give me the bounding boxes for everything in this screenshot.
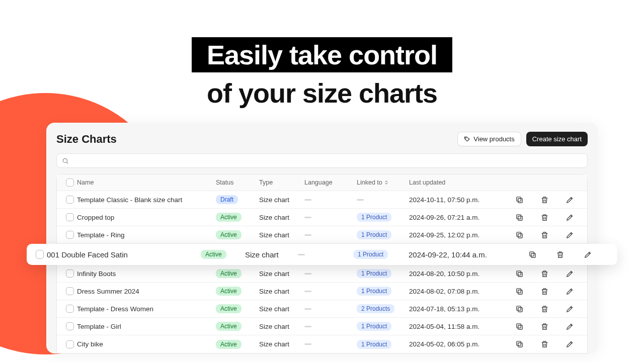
row-updated: 2024-09-26, 07:21 a.m. xyxy=(406,210,507,225)
status-badge: Active xyxy=(216,322,242,331)
table-row-highlight[interactable]: 001 Double Faced Satin Active Size chart… xyxy=(27,244,617,265)
search-input[interactable] xyxy=(69,157,582,164)
table-row[interactable]: Dress Summer 2024 Active Size chart 1 Pr… xyxy=(57,283,587,300)
row-type: Size chart xyxy=(242,246,295,263)
row-type: Size chart xyxy=(256,284,301,299)
row-type: Size chart xyxy=(256,192,301,208)
create-size-chart-button[interactable]: Create size chart xyxy=(526,132,588,146)
language-empty xyxy=(298,254,305,255)
svg-rect-19 xyxy=(518,343,522,347)
svg-point-1 xyxy=(63,158,67,162)
col-linked-to[interactable]: Linked to xyxy=(354,175,406,190)
status-badge: Draft xyxy=(216,195,238,204)
delete-button[interactable] xyxy=(532,227,557,243)
delete-button[interactable] xyxy=(532,283,557,300)
row-name: Template - Girl xyxy=(77,319,213,334)
svg-rect-6 xyxy=(516,214,521,219)
table-row[interactable]: City bike Active Size chart 1 Product 20… xyxy=(57,335,587,353)
status-badge: Active xyxy=(216,340,242,349)
row-checkbox[interactable] xyxy=(66,287,74,295)
delete-button[interactable] xyxy=(532,318,557,335)
linked-badge: 1 Product xyxy=(357,230,391,239)
view-products-button[interactable]: View products xyxy=(457,132,521,146)
row-name: Cropped top xyxy=(77,210,213,225)
edit-button[interactable] xyxy=(557,192,582,208)
row-checkbox[interactable] xyxy=(36,250,44,259)
row-checkbox[interactable] xyxy=(66,196,74,204)
edit-button[interactable] xyxy=(557,318,582,335)
svg-rect-9 xyxy=(531,253,536,257)
row-type: Size chart xyxy=(256,319,301,334)
col-status: Status xyxy=(213,175,256,190)
row-checkbox[interactable] xyxy=(66,305,74,313)
delete-button[interactable] xyxy=(546,246,574,263)
duplicate-button[interactable] xyxy=(519,246,546,263)
search-input-wrap[interactable] xyxy=(56,153,588,168)
edit-button[interactable] xyxy=(557,227,582,243)
svg-rect-5 xyxy=(518,216,522,220)
row-updated: 2024-07-18, 05:13 p.m. xyxy=(406,301,507,317)
status-badge: Active xyxy=(216,213,242,222)
select-all-checkbox[interactable] xyxy=(66,178,74,187)
linked-empty xyxy=(357,199,364,201)
row-name: Template - Dress Women xyxy=(77,301,213,317)
status-badge: Active xyxy=(216,269,242,278)
row-updated: 2024-10-11, 07:50 p.m. xyxy=(406,192,507,208)
row-updated: 2024-08-20, 10:50 p.m. xyxy=(406,266,507,282)
duplicate-button[interactable] xyxy=(507,283,532,300)
row-checkbox[interactable] xyxy=(66,231,74,239)
edit-button[interactable] xyxy=(557,283,582,300)
svg-rect-17 xyxy=(518,325,522,329)
svg-rect-8 xyxy=(516,232,521,236)
hero-line-1: Easily take control xyxy=(192,37,452,72)
language-empty xyxy=(304,273,311,275)
row-updated: 2024-09-25, 12:02 p.m. xyxy=(406,227,507,243)
hero-line-2: of your size charts xyxy=(0,77,644,109)
status-badge: Active xyxy=(216,304,242,313)
svg-rect-10 xyxy=(530,251,534,256)
row-updated: 2024-05-04, 11:58 a.m. xyxy=(406,319,507,334)
svg-rect-13 xyxy=(518,290,522,294)
duplicate-button[interactable] xyxy=(507,265,532,282)
delete-button[interactable] xyxy=(532,265,557,282)
row-name: City bike xyxy=(77,336,213,352)
table-row[interactable]: Cropped top Active Size chart 1 Product … xyxy=(57,209,587,226)
delete-button[interactable] xyxy=(532,192,557,208)
language-empty xyxy=(304,308,311,310)
duplicate-button[interactable] xyxy=(507,209,532,226)
edit-button[interactable] xyxy=(557,209,582,226)
duplicate-button[interactable] xyxy=(507,301,532,317)
table-row[interactable]: Template - Girl Active Size chart 1 Prod… xyxy=(57,318,587,335)
linked-badge: 1 Product xyxy=(353,250,388,259)
duplicate-button[interactable] xyxy=(507,227,532,243)
language-empty xyxy=(304,234,311,236)
delete-button[interactable] xyxy=(532,301,557,317)
row-type: Size chart xyxy=(256,227,301,243)
delete-button[interactable] xyxy=(532,336,557,352)
status-badge: Active xyxy=(216,287,242,296)
svg-rect-7 xyxy=(518,233,522,238)
row-type: Size chart xyxy=(256,336,301,352)
language-empty xyxy=(304,326,311,327)
row-checkbox[interactable] xyxy=(66,340,74,348)
search-icon xyxy=(62,157,69,164)
tag-icon xyxy=(464,136,470,142)
duplicate-button[interactable] xyxy=(507,336,532,352)
duplicate-button[interactable] xyxy=(507,192,532,208)
col-last-updated: Last updated xyxy=(406,175,507,190)
edit-button[interactable] xyxy=(574,246,602,263)
table-row[interactable]: Template - Ring Active Size chart 1 Prod… xyxy=(57,226,587,244)
table-row[interactable]: Template Classic - Blank size chart Draf… xyxy=(57,191,587,209)
delete-button[interactable] xyxy=(532,209,557,226)
linked-badge: 1 Product xyxy=(357,213,391,222)
table-row[interactable]: Template - Dress Women Active Size chart… xyxy=(57,300,587,318)
duplicate-button[interactable] xyxy=(507,318,532,335)
edit-button[interactable] xyxy=(557,301,582,317)
row-checkbox[interactable] xyxy=(66,213,74,221)
edit-button[interactable] xyxy=(557,336,582,352)
row-checkbox[interactable] xyxy=(66,322,74,330)
row-updated: 2024-08-02, 07:08 p.m. xyxy=(406,284,507,299)
table-row[interactable]: Infinity Boots Active Size chart 1 Produ… xyxy=(57,265,587,283)
row-checkbox[interactable] xyxy=(66,269,74,278)
edit-button[interactable] xyxy=(557,265,582,282)
